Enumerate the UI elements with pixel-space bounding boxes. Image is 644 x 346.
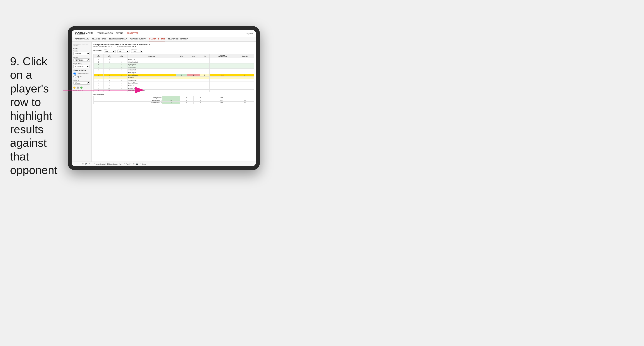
sub-nav: TEAM SUMMARY TEAM H2H GRID TEAM H2H HEAT…: [72, 37, 256, 42]
save-btn[interactable]: 💾: [85, 163, 87, 165]
division-record: Division Record: 331 - 34 - 6: [116, 46, 136, 47]
sidebar-radio-top100[interactable]: Top 100: [73, 75, 90, 78]
conference-filter: Conference (All): [118, 48, 130, 53]
sidebar-player-rank-select[interactable]: 8. Katelyn Vo: [73, 65, 90, 68]
tablet-frame: SCOREBOARD Powered by clippd TOURNAMENTS…: [68, 26, 260, 170]
panel-title: Katelyn Vo Head-to-Head Grid for Women's…: [94, 43, 254, 46]
annotation-text: 9. Click on a player's row to highlight …: [10, 54, 62, 177]
sub-nav-player-summary[interactable]: PLAYER SUMMARY: [130, 37, 146, 41]
sidebar-division-select[interactable]: NCAA Division III: [73, 58, 90, 62]
sub-nav-team-h2h-heatmap[interactable]: TEAM H2H HEATMAP: [109, 37, 127, 41]
col-tie: Tie: [200, 54, 209, 58]
forward-btn[interactable]: ⟩: [80, 163, 80, 165]
col-loss: Loss: [187, 54, 200, 58]
table-row[interactable]: 331Esther Lee: [94, 58, 254, 61]
sidebar-colour-by-select[interactable]: Win/loss: [73, 81, 90, 85]
table-row[interactable]: 1691Jessica Mason: [94, 82, 254, 84]
sidebar-player-rank-label: Player (Rank): [73, 63, 90, 64]
table-row[interactable]: 12Haejo Hyun: [94, 71, 254, 74]
table-row[interactable]: 20117Federica Domecq Lacroze: [94, 90, 254, 92]
dot-level: [77, 87, 79, 89]
color-labels: Down Level Up: [73, 90, 90, 91]
undo-btn[interactable]: ↩: [74, 163, 75, 165]
toolbar: ↩ ↪ ⟩ ⊡ 💾 ⟳ 👁 View: Original 🖫 Save Cust…: [72, 162, 256, 166]
nav-left: SCOREBOARD Powered by clippd TOURNAMENTS…: [75, 31, 138, 35]
eye-icon: 👁: [94, 163, 96, 165]
out-of-division-table: Foreign Team1004.5002NAIA Division 11500…: [94, 96, 254, 104]
sub-nav-player-h2h-heatmap[interactable]: PLAYER H2H HEATMAP: [168, 37, 188, 41]
dot-down: [73, 87, 76, 89]
share-icon: ↗: [140, 163, 141, 165]
overall-record: Overall Record: 353 - 34 - 6: [94, 46, 112, 47]
sub-nav-team-h2h-grid[interactable]: TEAM H2H GRID: [92, 37, 106, 41]
panel-records: Overall Record: 353 - 34 - 6 Division Re…: [94, 46, 254, 47]
out-division-row[interactable]: NAIA Division 115009.26730: [94, 99, 254, 102]
save-view-icon: 🖫: [107, 163, 109, 165]
sidebar-gender-label: Gender: [73, 50, 90, 52]
logo-text: SCOREBOARD: [75, 31, 93, 34]
sidebar-radio-opponents[interactable]: Opponents Played: [73, 72, 90, 75]
logo-sub: Powered by clippd: [75, 34, 93, 35]
table-row[interactable]: 19106Emily Chang: [94, 87, 254, 90]
watch-icon: 👁: [124, 163, 125, 165]
sidebar: Last Updated: 27/03/2024 16:55:28 Player…: [72, 42, 92, 162]
sub-nav-team-summary[interactable]: TEAM SUMMARY: [75, 37, 89, 41]
screenshot-btn[interactable]: 📷: [136, 163, 138, 165]
sidebar-radio-group: Opponents Played Top 100: [73, 72, 90, 78]
sub-nav-player-h2h-grid[interactable]: PLAYER H2H GRID: [149, 37, 165, 41]
nav-bar: SCOREBOARD Powered by clippd TOURNAMENTS…: [72, 30, 256, 37]
sidebar-player-title: Player: [73, 47, 90, 49]
toolbar-sep1: [92, 163, 92, 165]
save-custom-view-btn[interactable]: 🖫 Save Custom View: [107, 163, 122, 165]
table-row[interactable]: 1063Andrea York: [94, 69, 254, 71]
sidebar-colour-by-label: Colour by: [73, 79, 90, 81]
main-content: Last Updated: 27/03/2024 16:55:28 Player…: [72, 42, 256, 162]
out-division-row[interactable]: Foreign Team1004.5002: [94, 96, 254, 99]
nav-sign-out[interactable]: Sign out: [246, 32, 253, 34]
dot-up: [80, 87, 82, 89]
table-row[interactable]: 1311Jessica Huang010-3.002: [94, 74, 254, 77]
refresh-btn[interactable]: ⟳: [89, 163, 90, 165]
sidebar-gender-select[interactable]: Women's: [73, 52, 90, 55]
table-row[interactable]: 1822Euna Lee: [94, 84, 254, 87]
col-diff: Diff AvStrokes/Rnd: [209, 54, 236, 58]
table-header-row: #Div #Reg #Conf Opponent Win Loss Tie Di…: [94, 54, 254, 58]
layout-btn[interactable]: ⊞: [133, 163, 134, 165]
region-filter: Region (All): [104, 48, 116, 53]
annotation-body: Click on a player's row to highlight res…: [10, 55, 58, 176]
logo-area: SCOREBOARD Powered by clippd: [75, 31, 93, 35]
col-opponent: Opponent: [128, 54, 176, 58]
share-btn[interactable]: ↗ Share: [140, 163, 146, 165]
nav-teams[interactable]: TEAMS: [116, 32, 123, 35]
opponent-select[interactable]: (All): [131, 50, 143, 53]
annotation-number: 9.: [10, 55, 20, 68]
opponent-filter: Opponent (All): [131, 48, 143, 53]
col-rounds: Rounds: [236, 54, 254, 58]
table-row[interactable]: 1585Stella Cheng: [94, 79, 254, 82]
watch-btn[interactable]: 👁 Watch ▾: [124, 163, 132, 165]
color-dots: [73, 87, 90, 89]
out-division-row[interactable]: NCAA Division 25007.40010: [94, 102, 254, 104]
data-panel: Katelyn Vo Head-to-Head Grid for Women's…: [92, 42, 256, 162]
sidebar-division-label: Division: [73, 56, 90, 58]
nav-committee[interactable]: COMMITTEE: [126, 32, 138, 35]
redo-btn[interactable]: ↪: [77, 163, 78, 165]
conference-select[interactable]: (All): [118, 50, 130, 53]
table-row[interactable]: 1474Eunice Yi: [94, 77, 254, 79]
table-row[interactable]: 522Alexis Sudjianto: [94, 61, 254, 63]
table-row[interactable]: 914Sharon Mun: [94, 66, 254, 69]
copy-btn[interactable]: ⊡: [82, 163, 84, 165]
nav-links: TOURNAMENTS TEAMS COMMITTEE: [97, 32, 138, 35]
table-row[interactable]: 613Sydney Kuo: [94, 63, 254, 66]
out-of-division-title: Out of division: [94, 94, 254, 96]
h2h-table: #Div #Reg #Conf Opponent Win Loss Tie Di…: [94, 54, 254, 92]
col-win: Win: [176, 54, 187, 58]
sidebar-last-updated: Last Updated: 27/03/2024 16:55:28: [73, 43, 90, 46]
opponents-label: Opponents:: [94, 50, 102, 51]
col-reg: #Reg: [104, 54, 114, 58]
tablet-screen: SCOREBOARD Powered by clippd TOURNAMENTS…: [72, 30, 256, 166]
nav-tournaments[interactable]: TOURNAMENTS: [97, 32, 113, 35]
view-original-btn[interactable]: 👁 View: Original: [94, 163, 106, 165]
sidebar-color-section: Colour by Win/loss Down Level Up: [73, 79, 90, 91]
region-select[interactable]: (All): [104, 50, 116, 53]
